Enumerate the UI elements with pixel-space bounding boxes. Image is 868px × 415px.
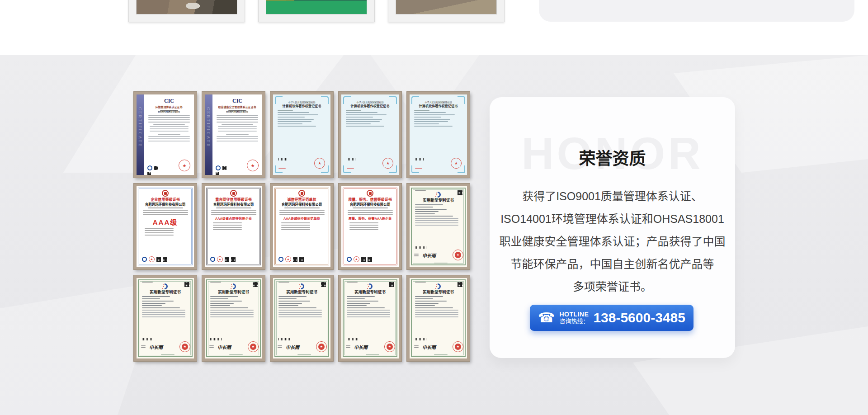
red-seal: ★ — [453, 250, 463, 260]
cert-logos: ★ — [210, 256, 236, 262]
red-emblem — [162, 190, 169, 197]
cnipa-logo — [436, 283, 441, 289]
signature: 申长雨 — [422, 344, 436, 350]
star-badge: ★ — [217, 256, 223, 262]
credit-logo — [278, 257, 283, 262]
red-seal: ★ — [384, 341, 395, 352]
signature: 申长雨 — [422, 252, 436, 259]
certificate-thumbnail[interactable]: 实用新型专利证书申长雨★ — [270, 275, 333, 361]
certificate-thumbnail[interactable]: CERTIFICATECIC职业健康安全管理体系认证证书合肥珂玛环保科技有限公司… — [202, 92, 265, 178]
description-line: 职业健康安全管理体系认证；产品获得了中国 — [490, 230, 735, 253]
qr-code — [222, 166, 226, 170]
certificate-thumbnail[interactable]: 实用新型专利证书申长雨★ — [134, 275, 197, 361]
section-title: 荣誉资质 — [490, 150, 735, 169]
hotline-number: 138-5600-3485 — [593, 310, 685, 325]
qr-code — [231, 257, 236, 262]
barcode — [415, 246, 427, 249]
red-emblem — [230, 190, 237, 197]
cert-text: AAA级诚信经营示范单位 — [278, 217, 326, 221]
certificate-thumbnail[interactable]: 实用新型专利证书申长雨★ — [339, 275, 401, 361]
qr-code — [299, 257, 304, 262]
border-flourish — [411, 165, 419, 173]
red-seal: ★ — [247, 160, 259, 171]
star-badge: ★ — [285, 256, 291, 262]
signature-row: 申长雨★ — [346, 341, 395, 352]
certificate-thumbnail[interactable]: 中华人民共和国国家版权局计算机软件著作权登记证书★ — [407, 92, 470, 178]
certificate-thumbnail[interactable]: 诚信经营示范单位合肥珂玛环保科技有限公司AAA级诚信经营示范单位★ — [270, 184, 333, 269]
qr-code — [458, 282, 462, 287]
grade-text: AAA级 — [141, 217, 189, 226]
barcode — [347, 338, 359, 340]
grade-text: 质量、服务、信誉AAA级企业 — [346, 217, 394, 221]
cert-text: 合肥珂玛环保科技有限公司 — [141, 203, 189, 207]
cert-text: 实用新型专利证书 — [210, 290, 257, 294]
cert-text: 计算机软件著作权登记证书 — [346, 104, 394, 108]
signature: 申长雨 — [149, 344, 163, 350]
qr-code — [156, 257, 161, 262]
signature: 申长雨 — [217, 344, 231, 350]
signature-row: 申长雨★ — [414, 341, 463, 352]
qr-code — [184, 282, 189, 287]
barcode — [415, 338, 427, 340]
honor-section: CERTIFICATECIC环境管理体系认证证书合肥珂玛环保科技有限公司★CER… — [0, 55, 868, 415]
grade-text: AAA级诚信经营示范单位 — [278, 217, 326, 221]
cert-text: 重合同守信用等级证书 — [209, 198, 258, 202]
cnipa-logo — [368, 283, 373, 289]
certificate-thumbnail[interactable]: 中华人民共和国国家版权局计算机软件著作权登记证书★ — [270, 92, 333, 178]
star-badge: ★ — [354, 256, 359, 262]
top-right-panel — [539, 0, 854, 22]
qr-code — [368, 257, 372, 262]
certificate-thumbnail[interactable]: 实用新型专利证书申长雨★ — [202, 275, 265, 361]
cnipa-logo — [436, 192, 441, 198]
cert-text: 中华人民共和国国家版权局 — [414, 101, 462, 104]
cnipa-logo — [299, 283, 304, 289]
cert-text: 质量、服务、信誉等级证书 — [346, 198, 394, 202]
qr-code — [225, 257, 229, 262]
signature: 申长雨 — [354, 344, 368, 350]
qr-code — [361, 257, 366, 262]
certificate-thumbnail[interactable]: CERTIFICATECIC环境管理体系认证证书合肥珂玛环保科技有限公司★ — [134, 92, 197, 178]
red-seal: ★ — [179, 341, 190, 352]
cnipa-logo — [231, 283, 236, 289]
cert-text: 合肥珂玛环保科技有限公司 — [209, 203, 258, 207]
honor-card: HONOR 荣誉资质 获得了ISO9001质量管理体系认证、 ISO14001环… — [490, 97, 735, 358]
certificate-thumbnail[interactable]: 实用新型专利证书申长雨★ — [407, 275, 470, 361]
cert-logos — [216, 165, 226, 170]
barcode — [347, 158, 356, 160]
hotline-button[interactable]: ☎ HOTLINE 咨询热线： 138-5600-3485 — [530, 305, 693, 331]
certificate-thumbnail[interactable]: 质量、服务、信誉等级证书合肥珂玛环保科技有限公司质量、服务、信誉AAA级企业★ — [339, 184, 401, 269]
certificate-thumbnail[interactable]: 中华人民共和国国家版权局计算机软件著作权登记证书★ — [339, 92, 401, 178]
cert-text: 合肥珂玛环保科技有限公司 — [346, 203, 394, 207]
construction-photo — [266, 0, 367, 14]
cic-side-band: CERTIFICATE — [137, 94, 144, 175]
red-seal: ★ — [451, 158, 462, 169]
signature-row: 申长雨★ — [278, 341, 327, 352]
certificate-thumbnail[interactable]: 重合同守信用等级证书合肥珂玛环保科技有限公司AAA级重合同守信用企业★ — [202, 184, 265, 269]
gallery-photo-card[interactable] — [388, 0, 505, 22]
description-line: 多项荣誉证书。 — [490, 275, 735, 298]
barcode — [278, 338, 290, 340]
certificate-grid: CERTIFICATECIC环境管理体系认证证书合肥珂玛环保科技有限公司★CER… — [134, 92, 470, 361]
barcode — [278, 158, 288, 160]
certificate-thumbnail[interactable]: 企业信用等级证书合肥珂玛环保科技有限公司AAA级★ — [134, 184, 197, 269]
cnipa-logo — [163, 283, 168, 289]
red-seal: ★ — [382, 158, 393, 169]
cic-circle-logo — [147, 165, 152, 170]
qr-code — [147, 172, 151, 175]
description-line: 获得了ISO9001质量管理体系认证、 — [490, 185, 735, 208]
gallery-photo-card[interactable] — [128, 0, 245, 22]
gallery-photo-card[interactable] — [258, 0, 375, 22]
red-seal: ★ — [316, 341, 327, 352]
cert-logos: ★ — [347, 256, 372, 262]
signature-row: 申长雨★ — [209, 341, 259, 352]
cert-text: 合肥珂玛环保科技有限公司 — [146, 111, 192, 113]
barcode — [415, 158, 424, 160]
red-seal: ★ — [314, 158, 325, 169]
credit-logo — [142, 257, 147, 262]
signature-row: 申长雨★ — [141, 341, 190, 352]
certificate-thumbnail[interactable]: 实用新型专利证书申长雨★ — [407, 184, 470, 269]
cert-text: 诚信经营示范单位 — [278, 198, 326, 202]
description-line: ISO14001环境管理体系认证和OHSAS18001 — [490, 208, 735, 230]
cic-circle-logo — [216, 165, 221, 170]
qr-code — [163, 257, 167, 262]
